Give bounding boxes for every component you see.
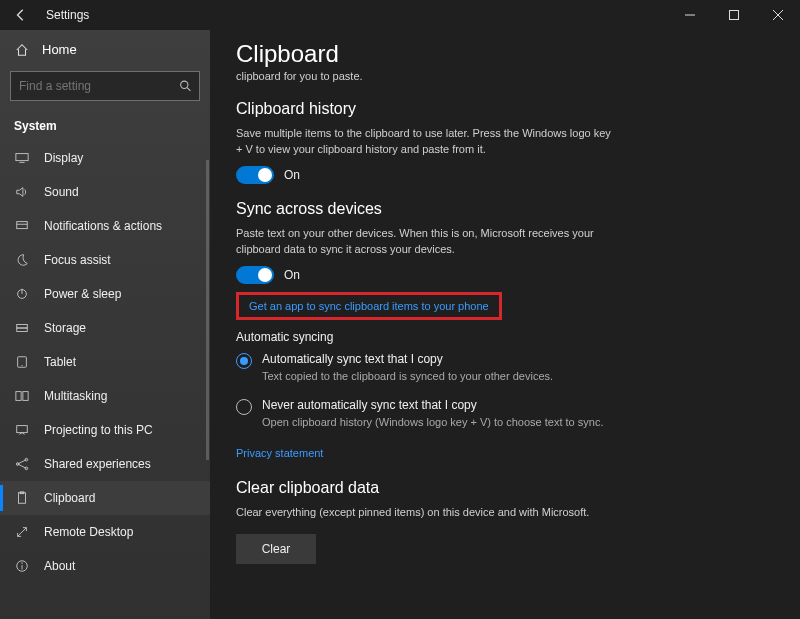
get-app-link[interactable]: Get an app to sync clipboard items to yo… (249, 300, 489, 312)
storage-icon (14, 321, 30, 335)
radio-icon (236, 399, 252, 415)
automatic-syncing-heading: Automatic syncing (236, 330, 774, 344)
sidebar-item-label: Storage (44, 321, 86, 335)
radio-never-sync[interactable]: Never automatically sync text that I cop… (236, 398, 636, 430)
sidebar-item-label: Remote Desktop (44, 525, 133, 539)
clipboard-history-heading: Clipboard history (236, 100, 774, 118)
sidebar: Home System Display Sound Notificatio (0, 30, 210, 619)
content-pane: Clipboard clipboard for you to paste. Cl… (210, 30, 800, 619)
sidebar-item-projecting[interactable]: Projecting to this PC (0, 413, 210, 447)
sidebar-item-label: Tablet (44, 355, 76, 369)
sidebar-item-label: Power & sleep (44, 287, 121, 301)
sidebar-item-focus-assist[interactable]: Focus assist (0, 243, 210, 277)
sidebar-item-about[interactable]: About (0, 549, 210, 583)
sidebar-item-sound[interactable]: Sound (0, 175, 210, 209)
clear-button[interactable]: Clear (236, 534, 316, 564)
radio-icon (236, 353, 252, 369)
svg-rect-14 (16, 392, 21, 401)
home-icon (14, 43, 30, 57)
sidebar-item-multitasking[interactable]: Multitasking (0, 379, 210, 413)
sidebar-item-label: Clipboard (44, 491, 95, 505)
sidebar-item-tablet[interactable]: Tablet (0, 345, 210, 379)
remote-desktop-icon (14, 525, 30, 539)
clear-heading: Clear clipboard data (236, 479, 774, 497)
sidebar-item-label: About (44, 559, 75, 573)
sidebar-item-label: Multitasking (44, 389, 107, 403)
home-button[interactable]: Home (0, 34, 210, 65)
sound-icon (14, 185, 30, 199)
tablet-icon (14, 355, 30, 369)
home-label: Home (42, 42, 77, 57)
minimize-button[interactable] (668, 0, 712, 30)
sidebar-section-header: System (0, 111, 210, 139)
monitor-icon (14, 151, 30, 165)
sidebar-item-label: Focus assist (44, 253, 111, 267)
power-icon (14, 287, 30, 301)
maximize-icon (729, 10, 739, 20)
page-title: Clipboard (236, 40, 774, 68)
arrow-left-icon (14, 8, 28, 22)
sidebar-scrollbar[interactable] (206, 160, 209, 460)
svg-rect-11 (17, 328, 28, 332)
titlebar: Settings (0, 0, 800, 30)
clipboard-icon (14, 491, 30, 505)
svg-rect-6 (17, 222, 28, 229)
sidebar-item-shared-experiences[interactable]: Shared experiences (0, 447, 210, 481)
sync-toggle-label: On (284, 268, 300, 282)
minimize-icon (685, 10, 695, 20)
project-icon (14, 423, 30, 437)
svg-rect-4 (16, 154, 28, 161)
clipboard-history-desc: Save multiple items to the clipboard to … (236, 126, 616, 158)
page-intro: clipboard for you to paste. (236, 70, 774, 82)
svg-rect-1 (730, 11, 739, 20)
radio-hint: Open clipboard history (Windows logo key… (262, 415, 603, 430)
sidebar-item-notifications[interactable]: Notifications & actions (0, 209, 210, 243)
sidebar-item-label: Shared experiences (44, 457, 151, 471)
svg-rect-16 (17, 426, 28, 433)
radio-hint: Text copied to the clipboard is synced t… (262, 369, 553, 384)
sidebar-item-label: Notifications & actions (44, 219, 162, 233)
clipboard-history-toggle-label: On (284, 168, 300, 182)
multitasking-icon (14, 389, 30, 403)
sidebar-item-remote-desktop[interactable]: Remote Desktop (0, 515, 210, 549)
sidebar-item-label: Display (44, 151, 83, 165)
sidebar-item-power-sleep[interactable]: Power & sleep (0, 277, 210, 311)
privacy-statement-link[interactable]: Privacy statement (236, 447, 323, 459)
radio-label: Automatically sync text that I copy (262, 352, 553, 366)
sidebar-item-display[interactable]: Display (0, 141, 210, 175)
window-title: Settings (42, 8, 89, 22)
moon-icon (14, 253, 30, 267)
get-app-callout: Get an app to sync clipboard items to yo… (236, 292, 502, 320)
info-icon (14, 559, 30, 573)
sidebar-item-label: Projecting to this PC (44, 423, 153, 437)
radio-auto-sync[interactable]: Automatically sync text that I copy Text… (236, 352, 636, 384)
svg-point-13 (21, 365, 22, 366)
clipboard-history-toggle[interactable] (236, 166, 274, 184)
search-input[interactable] (10, 71, 200, 101)
close-icon (773, 10, 783, 20)
svg-rect-10 (17, 325, 28, 329)
back-button[interactable] (0, 0, 42, 30)
svg-point-24 (21, 562, 22, 563)
maximize-button[interactable] (712, 0, 756, 30)
clear-desc: Clear everything (except pinned items) o… (236, 505, 616, 521)
sidebar-item-clipboard[interactable]: Clipboard (0, 481, 210, 515)
share-icon (14, 457, 30, 471)
sync-heading: Sync across devices (236, 200, 774, 218)
svg-rect-20 (19, 493, 26, 504)
sidebar-item-storage[interactable]: Storage (0, 311, 210, 345)
radio-label: Never automatically sync text that I cop… (262, 398, 603, 412)
sidebar-item-label: Sound (44, 185, 79, 199)
close-button[interactable] (756, 0, 800, 30)
sync-desc: Paste text on your other devices. When t… (236, 226, 616, 258)
svg-rect-15 (23, 392, 28, 401)
sync-toggle[interactable] (236, 266, 274, 284)
notifications-icon (14, 219, 30, 233)
